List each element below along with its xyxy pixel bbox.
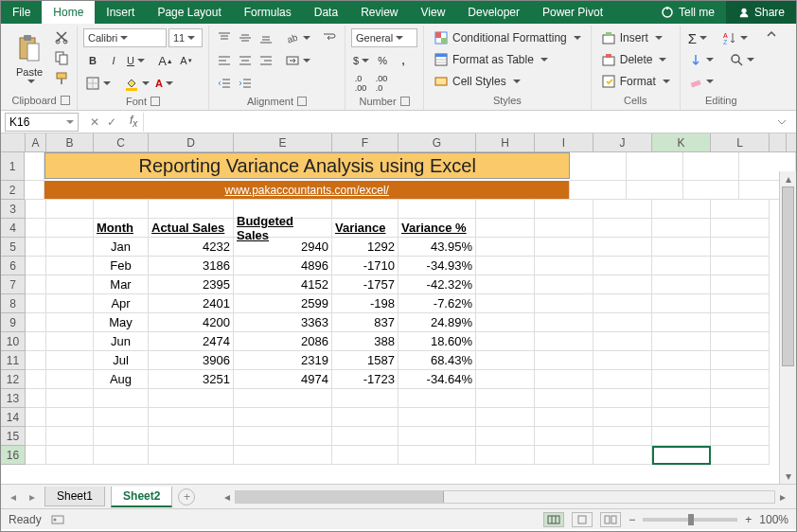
comma-format-button[interactable]: , — [394, 51, 413, 70]
cell[interactable] — [46, 332, 94, 351]
cell[interactable]: Variance % — [398, 219, 476, 238]
font-name-combo[interactable]: Calibri — [83, 28, 167, 47]
cell[interactable] — [593, 275, 652, 294]
cell[interactable] — [234, 389, 332, 408]
row-header[interactable]: 15 — [1, 427, 26, 446]
cell[interactable] — [593, 446, 652, 465]
decrease-indent-button[interactable] — [215, 74, 234, 93]
merge-button[interactable] — [283, 51, 312, 70]
cell[interactable]: 3363 — [234, 313, 332, 332]
orientation-button[interactable]: ab — [283, 28, 312, 47]
cell[interactable] — [332, 446, 398, 465]
cell[interactable] — [535, 313, 593, 332]
cell[interactable] — [652, 332, 711, 351]
cell[interactable] — [26, 408, 46, 427]
cell[interactable] — [234, 408, 332, 427]
cell[interactable] — [25, 181, 44, 200]
cell[interactable]: 4896 — [234, 257, 332, 275]
tab-review[interactable]: Review — [349, 1, 409, 24]
cell[interactable] — [683, 152, 740, 181]
cell[interactable] — [46, 257, 94, 275]
cell[interactable]: 4974 — [234, 370, 332, 389]
cell[interactable]: -1710 — [332, 257, 398, 275]
row-header[interactable]: 16 — [1, 446, 26, 465]
tab-file[interactable]: File — [1, 1, 42, 24]
cell[interactable]: Mar — [94, 275, 149, 294]
insert-cells-button[interactable]: Insert — [597, 27, 674, 48]
increase-indent-button[interactable] — [236, 74, 255, 93]
cell[interactable]: 2086 — [234, 332, 332, 351]
cell[interactable]: 2319 — [234, 351, 332, 370]
cell[interactable] — [26, 446, 46, 465]
decrease-font-button[interactable]: A▼ — [177, 51, 196, 70]
cell[interactable]: 2395 — [149, 275, 234, 294]
cell[interactable] — [652, 351, 711, 370]
cell[interactable] — [711, 370, 770, 389]
cell[interactable] — [398, 389, 476, 408]
cell[interactable] — [711, 446, 770, 465]
cell[interactable] — [398, 200, 476, 219]
cell[interactable] — [711, 389, 770, 408]
cell[interactable]: 24.89% — [398, 313, 476, 332]
col-header[interactable]: B — [46, 133, 94, 151]
cell[interactable] — [26, 389, 46, 408]
cell[interactable] — [593, 200, 652, 219]
row-header[interactable]: 14 — [1, 408, 26, 427]
cell[interactable] — [46, 370, 94, 389]
cell[interactable] — [711, 219, 770, 238]
cell[interactable] — [46, 275, 94, 294]
add-sheet-button[interactable]: + — [178, 488, 195, 505]
clear-button[interactable] — [686, 72, 716, 91]
cell[interactable] — [535, 219, 593, 238]
cell[interactable] — [652, 219, 711, 238]
col-header[interactable]: L — [711, 133, 770, 151]
col-header[interactable]: C — [94, 133, 149, 151]
cell[interactable] — [593, 238, 652, 257]
col-header[interactable]: I — [535, 133, 593, 151]
cell[interactable] — [398, 408, 476, 427]
align-left-button[interactable] — [215, 51, 234, 70]
cell[interactable] — [535, 389, 593, 408]
tab-home[interactable]: Home — [42, 1, 95, 24]
row-header[interactable]: 13 — [1, 389, 26, 408]
cell[interactable] — [26, 370, 46, 389]
cell[interactable] — [94, 427, 149, 446]
cell[interactable]: Actual Sales — [149, 219, 234, 238]
cell[interactable]: 2940 — [234, 238, 332, 257]
cell[interactable] — [26, 313, 46, 332]
cell[interactable] — [476, 200, 535, 219]
cell[interactable] — [332, 408, 398, 427]
cell[interactable] — [26, 427, 46, 446]
cell[interactable]: -34.64% — [398, 370, 476, 389]
cell[interactable] — [46, 389, 94, 408]
cell[interactable] — [593, 332, 652, 351]
cell[interactable] — [652, 389, 711, 408]
cell[interactable] — [652, 446, 711, 465]
cell[interactable] — [332, 427, 398, 446]
cell[interactable] — [627, 152, 683, 181]
cell[interactable] — [593, 313, 652, 332]
enter-formula-button[interactable]: ✓ — [107, 115, 116, 129]
cell[interactable] — [535, 332, 593, 351]
cell[interactable]: Month — [94, 219, 149, 238]
cell[interactable] — [711, 351, 770, 370]
cell[interactable] — [652, 408, 711, 427]
cell[interactable] — [570, 181, 627, 200]
cell[interactable] — [535, 351, 593, 370]
fx-icon[interactable]: fx — [124, 114, 143, 129]
macro-record-icon[interactable] — [51, 513, 64, 526]
cell[interactable] — [593, 370, 652, 389]
fill-color-button[interactable] — [122, 74, 151, 93]
tab-view[interactable]: View — [410, 1, 457, 24]
page-layout-view-button[interactable] — [572, 512, 593, 527]
cell[interactable]: -42.32% — [398, 275, 476, 294]
cell[interactable]: Apr — [94, 294, 149, 313]
horizontal-scrollbar[interactable]: ◂▸ — [220, 490, 790, 504]
cell[interactable] — [652, 238, 711, 257]
cell[interactable]: -1757 — [332, 275, 398, 294]
cell[interactable] — [94, 200, 149, 219]
cell[interactable]: -198 — [332, 294, 398, 313]
cell[interactable]: 68.43% — [398, 351, 476, 370]
cell[interactable] — [593, 408, 652, 427]
cell[interactable] — [476, 313, 535, 332]
